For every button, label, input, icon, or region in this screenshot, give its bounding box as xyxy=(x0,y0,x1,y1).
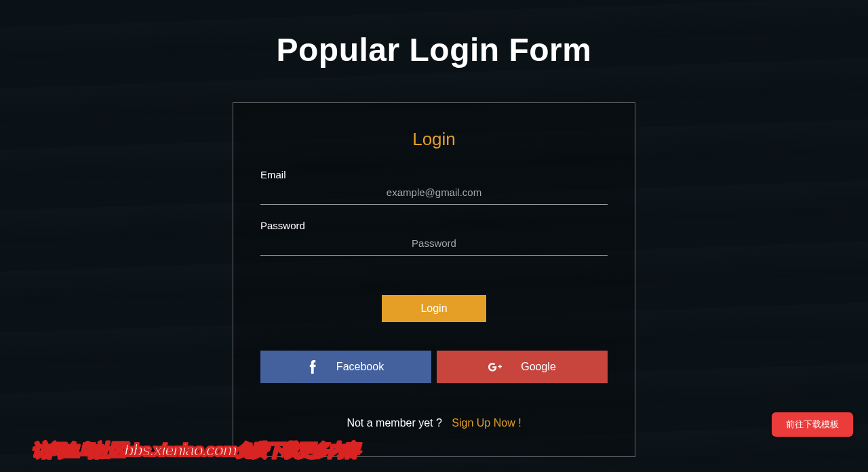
email-field[interactable] xyxy=(260,180,608,205)
social-row: Facebook Google xyxy=(260,351,608,383)
signup-prompt-text: Not a member yet ? xyxy=(347,417,442,429)
password-field[interactable] xyxy=(260,231,608,256)
signup-link[interactable]: Sign Up Now ! xyxy=(452,417,521,429)
download-template-button[interactable]: 前往下载模板 xyxy=(772,412,853,437)
google-label: Google xyxy=(521,361,556,373)
card-heading: Login xyxy=(260,129,608,150)
login-card: Login Email Password Login Facebook Goog… xyxy=(233,102,635,457)
facebook-button[interactable]: Facebook xyxy=(260,351,431,383)
google-plus-icon xyxy=(488,360,502,374)
watermark-text: 访问血鸟社区bbs.xieniao.com免费下载更多内容 xyxy=(33,439,359,461)
signup-prompt: Not a member yet ? Sign Up Now ! xyxy=(260,417,608,429)
login-button[interactable]: Login xyxy=(382,295,486,322)
facebook-label: Facebook xyxy=(336,361,384,373)
facebook-icon xyxy=(308,360,317,374)
google-button[interactable]: Google xyxy=(437,351,608,383)
email-label: Email xyxy=(260,169,608,180)
page-title: Popular Login Form xyxy=(0,0,868,68)
password-label: Password xyxy=(260,220,608,231)
